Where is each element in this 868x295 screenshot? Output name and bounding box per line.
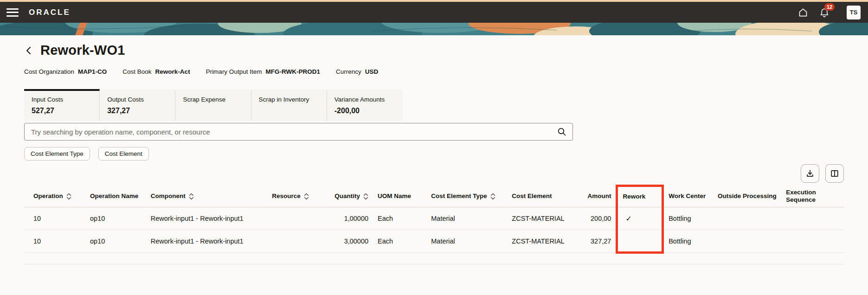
global-header: ORACLE 12 TS bbox=[0, 2, 868, 23]
avatar[interactable]: TS bbox=[847, 6, 861, 19]
col-header-component[interactable]: Component bbox=[146, 186, 250, 207]
col-header-operation-name[interactable]: Operation Name bbox=[85, 186, 146, 207]
manage-columns-button[interactable] bbox=[825, 164, 844, 183]
title-row: Rework-WO1 bbox=[24, 43, 844, 58]
cell-operation: 10 bbox=[24, 230, 85, 253]
filter-chip-cost-element-type[interactable]: Cost Element Type bbox=[24, 147, 90, 160]
cell-rework-checkmark bbox=[617, 230, 663, 253]
home-icon[interactable] bbox=[796, 5, 810, 20]
filter-chip-cost-element[interactable]: Cost Element bbox=[98, 147, 149, 160]
col-header-cost-element-type[interactable]: Cost Element Type bbox=[426, 186, 507, 207]
oracle-logo: ORACLE bbox=[29, 8, 71, 17]
cell-outside-processing bbox=[713, 230, 781, 253]
notifications-bell-icon[interactable]: 12 bbox=[817, 5, 832, 20]
tab-input-costs[interactable]: Input Costs 527,27 bbox=[24, 89, 100, 121]
cell-resource bbox=[250, 230, 314, 253]
menu-icon[interactable] bbox=[6, 8, 19, 17]
cell-uom-name: Each bbox=[373, 207, 426, 230]
back-chevron-icon bbox=[25, 46, 32, 55]
sort-icon bbox=[189, 193, 194, 200]
input-costs-table: Operation Operation Name Component Resou… bbox=[24, 185, 844, 254]
cell-cost-element-type: Material bbox=[426, 230, 507, 253]
banner-art bbox=[0, 23, 868, 35]
col-header-quantity[interactable]: Quantity bbox=[314, 186, 373, 207]
cell-amount: 200,00 bbox=[571, 207, 617, 230]
cell-execution-sequence bbox=[781, 207, 844, 230]
search-bar bbox=[24, 123, 573, 141]
col-header-uom-name: UOM Name bbox=[373, 186, 426, 207]
context-primary-output-item: Primary Output ItemMFG-RWK-PROD1 bbox=[206, 68, 320, 75]
table-row[interactable]: 10 op10 Rework-input1 - Rework-input1 3,… bbox=[24, 230, 844, 253]
sort-icon bbox=[304, 193, 309, 200]
col-header-outside-processing: Outside Processing bbox=[713, 186, 781, 207]
sort-icon bbox=[490, 193, 495, 200]
search-input[interactable] bbox=[24, 123, 573, 141]
context-currency: CurrencyUSD bbox=[336, 68, 378, 75]
tab-scrap-expense[interactable]: Scrap Expense bbox=[175, 89, 251, 121]
cell-execution-sequence bbox=[781, 230, 844, 253]
page-content: Rework-WO1 Cost OrganizationMAP1-CO Cost… bbox=[0, 43, 868, 264]
context-cost-organization: Cost OrganizationMAP1-CO bbox=[24, 68, 107, 75]
col-header-rework: Rework bbox=[617, 186, 663, 207]
col-header-work-center: Work Center bbox=[663, 186, 713, 207]
cell-operation-name: op10 bbox=[85, 207, 146, 230]
cell-quantity: 3,00000 bbox=[314, 230, 373, 253]
table-toolbar bbox=[24, 164, 844, 183]
col-header-cost-element: Cost Element bbox=[507, 186, 571, 207]
tab-output-costs[interactable]: Output Costs 327,27 bbox=[100, 89, 175, 121]
col-header-execution-sequence: Execution Sequence bbox=[781, 186, 844, 207]
context-cost-book: Cost BookRework-Act bbox=[122, 68, 190, 75]
back-button[interactable] bbox=[24, 45, 33, 56]
cell-amount: 327,27 bbox=[571, 230, 617, 253]
decorative-banner bbox=[0, 23, 868, 35]
col-header-resource[interactable]: Resource bbox=[250, 186, 314, 207]
download-icon bbox=[805, 169, 815, 178]
cell-resource bbox=[250, 207, 314, 230]
cell-cost-element-type: Material bbox=[426, 207, 507, 230]
table-header-row: Operation Operation Name Component Resou… bbox=[24, 186, 844, 207]
cell-component: Rework-input1 - Rework-input1 bbox=[146, 230, 250, 253]
cost-summary-tabs: Input Costs 527,27 Output Costs 327,27 S… bbox=[24, 89, 403, 121]
cell-component: Rework-input1 - Rework-input1 bbox=[146, 207, 250, 230]
tab-scrap-in-inventory[interactable]: Scrap in Inventory bbox=[251, 89, 327, 121]
sort-icon bbox=[363, 193, 368, 200]
cell-uom-name: Each bbox=[373, 230, 426, 253]
cell-outside-processing bbox=[713, 207, 781, 230]
context-info: Cost OrganizationMAP1-CO Cost BookRework… bbox=[24, 68, 844, 75]
cell-work-center: Bottling bbox=[663, 207, 713, 230]
download-button[interactable] bbox=[801, 164, 819, 183]
page-title: Rework-WO1 bbox=[40, 43, 125, 58]
tab-variance-amounts[interactable]: Variance Amounts -200,00 bbox=[327, 89, 403, 121]
notification-badge: 12 bbox=[824, 3, 835, 11]
header-actions: 12 TS bbox=[796, 5, 861, 20]
table-bottom-line bbox=[24, 254, 844, 264]
cell-cost-element: ZCST-MATERIAL bbox=[507, 207, 571, 230]
cell-operation: 10 bbox=[24, 207, 85, 230]
table-row[interactable]: 10 op10 Rework-input1 - Rework-input1 1,… bbox=[24, 207, 844, 230]
cell-rework-checkmark: ✓ bbox=[617, 207, 663, 230]
cell-cost-element: ZCST-MATERIAL bbox=[507, 230, 571, 253]
col-header-amount: Amount bbox=[571, 186, 617, 207]
sort-icon bbox=[66, 193, 71, 200]
cell-operation-name: op10 bbox=[85, 230, 146, 253]
cell-work-center: Bottling bbox=[663, 230, 713, 253]
cell-quantity: 1,00000 bbox=[314, 207, 373, 230]
filter-chips: Cost Element Type Cost Element bbox=[24, 147, 844, 160]
columns-icon bbox=[830, 169, 839, 178]
col-header-operation[interactable]: Operation bbox=[24, 186, 85, 207]
